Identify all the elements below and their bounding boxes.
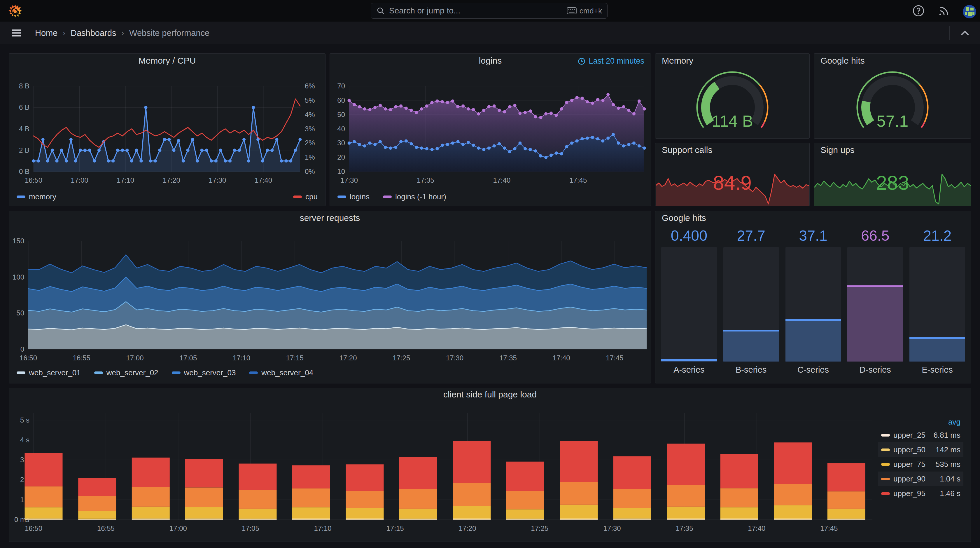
dashboard-canvas: Memory / CPU 16:5017:0017:1017:2017:3017… bbox=[0, 45, 980, 548]
series-swatch bbox=[17, 371, 25, 374]
bar-gauge-label: C-series bbox=[786, 365, 841, 375]
legend-item-web-server-03[interactable]: web_server_03 bbox=[172, 368, 236, 377]
user-avatar[interactable] bbox=[963, 5, 975, 17]
legend-item-upper-50[interactable]: upper_50 142 ms bbox=[878, 442, 963, 457]
bar-gauge-label: D-series bbox=[847, 365, 903, 375]
legend-item-upper-95[interactable]: upper_95 1.46 s bbox=[878, 486, 963, 501]
svg-text:17:40: 17:40 bbox=[493, 176, 511, 184]
legend-item-upper-75[interactable]: upper_75 535 ms bbox=[878, 457, 963, 472]
legend-item-upper-25[interactable]: upper_25 6.81 ms bbox=[878, 428, 963, 442]
svg-text:17:15: 17:15 bbox=[387, 524, 404, 532]
svg-text:17:35: 17:35 bbox=[676, 524, 693, 532]
svg-text:114 B: 114 B bbox=[712, 112, 753, 130]
svg-text:6 B: 6 B bbox=[19, 103, 29, 111]
menu-icon[interactable] bbox=[11, 27, 22, 39]
bar-gauge-label: B-series bbox=[723, 365, 779, 375]
breadcrumb-home[interactable]: Home bbox=[35, 28, 57, 38]
svg-text:17:05: 17:05 bbox=[242, 524, 259, 532]
panel-title[interactable]: Memory bbox=[655, 54, 810, 68]
chevron-right-icon: › bbox=[121, 29, 124, 38]
panel-title[interactable]: Support calls bbox=[655, 143, 810, 157]
bar-gauge-fill bbox=[909, 337, 965, 362]
svg-text:30: 30 bbox=[337, 139, 345, 147]
panel-title[interactable]: Google hits bbox=[655, 211, 971, 225]
series-swatch bbox=[881, 449, 890, 451]
bar-gauge-value: 66.5 bbox=[847, 227, 903, 244]
shortcut-label: cmd+k bbox=[579, 6, 602, 16]
chevron-right-icon: › bbox=[63, 29, 65, 38]
svg-text:17:35: 17:35 bbox=[417, 176, 434, 184]
panel-title[interactable]: client side full page load bbox=[9, 388, 971, 401]
legend-item-cpu[interactable]: cpu bbox=[293, 192, 318, 201]
svg-text:17:25: 17:25 bbox=[393, 354, 410, 362]
svg-text:17:45: 17:45 bbox=[570, 176, 587, 184]
series-swatch bbox=[881, 478, 890, 480]
svg-text:0 B: 0 B bbox=[19, 167, 29, 175]
news-rss-icon[interactable] bbox=[937, 5, 950, 17]
panel-logins: logins Last 20 minutes 17:3017:3517:4017… bbox=[329, 53, 651, 206]
legend-item-web-server-04[interactable]: web_server_04 bbox=[249, 368, 313, 377]
bar-gauge-track bbox=[847, 247, 903, 362]
svg-text:17:20: 17:20 bbox=[339, 354, 357, 362]
svg-text:150: 150 bbox=[13, 237, 24, 245]
svg-text:17:10: 17:10 bbox=[233, 354, 250, 362]
svg-text:2 B: 2 B bbox=[19, 146, 29, 154]
svg-text:17:10: 17:10 bbox=[314, 524, 332, 532]
breadcrumb: Home › Dashboards › Website performance bbox=[35, 28, 209, 38]
panel-gauge-google-hits: Google hits 57.1 bbox=[814, 53, 971, 139]
series-swatch bbox=[337, 196, 346, 198]
series-swatch bbox=[293, 196, 302, 198]
time-range-button[interactable]: Last 20 minutes bbox=[578, 57, 644, 66]
svg-text:57.1: 57.1 bbox=[877, 112, 908, 130]
bar-gauge-label: E-series bbox=[909, 365, 965, 375]
svg-text:17:15: 17:15 bbox=[286, 354, 304, 362]
svg-text:17:30: 17:30 bbox=[340, 176, 358, 184]
breadcrumb-dashboards[interactable]: Dashboards bbox=[71, 28, 116, 38]
legend-header-avg[interactable]: avg bbox=[878, 416, 963, 428]
series-swatch bbox=[249, 371, 258, 374]
search-icon bbox=[376, 6, 385, 15]
legend-table: avg upper_25 6.81 ms upper_50 142 ms upp… bbox=[878, 416, 963, 501]
panel-support-calls: Support calls 84.9 bbox=[655, 143, 810, 206]
legend-item-memory[interactable]: memory bbox=[17, 192, 56, 201]
svg-text:17:25: 17:25 bbox=[531, 524, 548, 532]
svg-text:17:20: 17:20 bbox=[163, 176, 180, 184]
chevron-up-icon[interactable] bbox=[958, 27, 971, 40]
shortcut-hint: cmd+k bbox=[567, 6, 602, 16]
svg-text:17:35: 17:35 bbox=[500, 354, 517, 362]
search-input[interactable]: Search or jump to... cmd+k bbox=[371, 3, 608, 19]
keyboard-icon bbox=[567, 7, 577, 14]
series-swatch bbox=[17, 196, 25, 198]
google-hits-gauge: 57.1 bbox=[814, 68, 971, 138]
legend-item-web-server-02[interactable]: web_server_02 bbox=[94, 368, 158, 377]
panel-title[interactable]: Memory / CPU bbox=[9, 54, 325, 68]
panel-memory-cpu: Memory / CPU 16:5017:0017:1017:2017:3017… bbox=[9, 53, 326, 206]
svg-text:17:30: 17:30 bbox=[208, 176, 226, 184]
bar-gauge-fill bbox=[786, 319, 841, 362]
panel-title[interactable]: server requests bbox=[9, 211, 651, 225]
help-icon[interactable] bbox=[912, 5, 924, 17]
panel-title[interactable]: Sign ups bbox=[814, 143, 971, 157]
legend-item-logins-1h[interactable]: logins (-1 hour) bbox=[383, 192, 446, 201]
memory-cpu-chart: 16:5017:0017:1017:2017:3017:408 B6 B4 B2… bbox=[9, 68, 326, 189]
svg-text:50: 50 bbox=[16, 309, 24, 317]
svg-text:4 B: 4 B bbox=[19, 125, 29, 133]
bar-gauge-fill bbox=[847, 285, 903, 362]
svg-text:16:50: 16:50 bbox=[25, 176, 42, 184]
panel-server-requests: server requests 16:5016:5517:0017:0517:1… bbox=[9, 211, 651, 384]
grafana-logo[interactable] bbox=[8, 3, 23, 18]
svg-text:16:50: 16:50 bbox=[25, 524, 42, 532]
breadcrumb-bar: Home › Dashboards › Website performance bbox=[0, 22, 980, 45]
bar-gauge-value: 27.7 bbox=[723, 227, 779, 244]
svg-text:0%: 0% bbox=[305, 167, 315, 175]
series-swatch bbox=[881, 434, 890, 436]
legend-item-upper-90[interactable]: upper_90 1.04 s bbox=[878, 472, 963, 486]
legend-item-logins[interactable]: logins bbox=[337, 192, 369, 201]
legend-item-web-server-01[interactable]: web_server_01 bbox=[17, 368, 81, 377]
panel-sign-ups: Sign ups 283 bbox=[814, 143, 971, 206]
series-swatch bbox=[172, 371, 181, 374]
panel-title[interactable]: Google hits bbox=[814, 54, 971, 68]
svg-text:100: 100 bbox=[13, 273, 24, 281]
breadcrumb-current: Website performance bbox=[129, 28, 209, 38]
series-swatch bbox=[881, 492, 890, 495]
